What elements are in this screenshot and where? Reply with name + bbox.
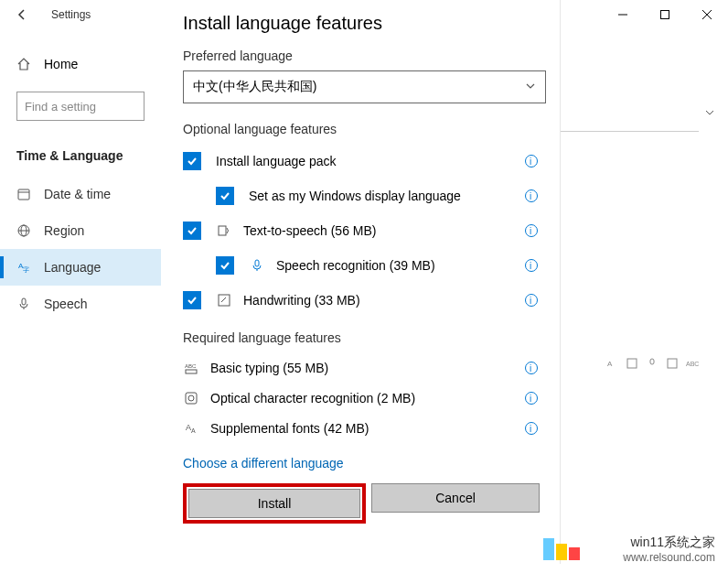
svg-rect-32 <box>186 393 197 404</box>
required-label: Optical character recognition (2 MB) <box>210 391 415 405</box>
info-icon[interactable]: i <box>523 222 540 239</box>
required-basic-typing: ABC Basic typing (55 MB) i <box>183 352 540 383</box>
required-ocr: Optical character recognition (2 MB) i <box>183 383 540 413</box>
info-icon[interactable]: i <box>523 292 540 308</box>
svg-text:i: i <box>530 226 531 236</box>
optional-features-label: Optional language features <box>183 122 540 136</box>
sidebar-item-language[interactable]: A字 Language <box>0 249 161 286</box>
svg-rect-29 <box>186 370 197 373</box>
svg-rect-1 <box>661 11 669 19</box>
info-icon[interactable]: i <box>523 420 540 437</box>
microphone-icon <box>249 257 265 274</box>
checkbox-speech-recognition[interactable] <box>216 256 234 275</box>
sidebar: Home Find a setting Time & Language Date… <box>0 29 161 573</box>
fonts-icon: AA <box>183 420 199 437</box>
feature-label: Install language pack <box>216 154 337 168</box>
required-label: Supplemental fonts (42 MB) <box>210 421 369 436</box>
svg-text:ABC: ABC <box>185 363 197 369</box>
microphone-icon <box>646 357 658 373</box>
feature-label: Text-to-speech (56 MB) <box>243 223 377 238</box>
install-button-highlight: Install <box>183 483 366 524</box>
modal-title: Install language features <box>183 13 540 34</box>
calendar-icon <box>16 187 31 201</box>
language-icon: A字 <box>16 260 31 275</box>
sidebar-section-header: Time & Language <box>0 139 161 176</box>
svg-text:i: i <box>530 157 531 167</box>
svg-text:i: i <box>530 424 531 434</box>
preferred-language-dropdown[interactable]: 中文(中华人民共和国) <box>183 70 546 103</box>
info-icon[interactable]: i <box>523 257 540 274</box>
sidebar-item-label: Language <box>44 260 101 275</box>
svg-text:字: 字 <box>23 266 29 273</box>
feature-install-language-pack: Install language pack i <box>183 144 540 178</box>
sidebar-home[interactable]: Home <box>0 48 161 81</box>
svg-text:i: i <box>530 191 531 201</box>
sidebar-item-label: Speech <box>44 297 87 311</box>
microphone-icon <box>16 297 31 311</box>
tts-icon <box>216 222 232 239</box>
feature-text-to-speech: Text-to-speech (56 MB) i <box>183 213 540 248</box>
sidebar-item-region[interactable]: Region <box>0 212 161 249</box>
svg-text:A: A <box>607 360 613 368</box>
checkbox-install-language-pack[interactable] <box>183 152 201 170</box>
feature-label: Handwriting (33 MB) <box>243 293 360 308</box>
chevron-down-icon <box>704 106 715 121</box>
svg-rect-19 <box>219 226 226 235</box>
info-icon[interactable]: i <box>523 360 540 376</box>
install-language-modal: Install language features Preferred lang… <box>161 0 561 564</box>
close-button[interactable] <box>686 0 728 29</box>
typing-icon: ABC <box>183 360 199 376</box>
svg-text:A: A <box>191 427 196 434</box>
watermark-url: www.relsound.com <box>623 551 715 564</box>
info-icon[interactable]: i <box>523 390 540 406</box>
sidebar-home-label: Home <box>44 57 78 71</box>
svg-rect-12 <box>650 359 654 364</box>
feature-speech-recognition: Speech recognition (39 MB) i <box>183 248 540 283</box>
svg-text:i: i <box>530 363 531 373</box>
back-button[interactable] <box>11 4 33 26</box>
svg-rect-9 <box>22 298 26 305</box>
handwriting-icon <box>216 292 232 308</box>
feature-display-language: Set as my Windows display language i <box>183 178 540 213</box>
feature-label: Set as my Windows display language <box>249 189 461 203</box>
handwriting-icon <box>666 357 679 373</box>
required-label: Basic typing (55 MB) <box>210 361 328 375</box>
watermark: win11系统之家 www.relsound.com <box>623 535 715 564</box>
required-fonts: AA Supplemental fonts (42 MB) i <box>183 413 540 443</box>
feature-label: Speech recognition (39 MB) <box>276 258 435 273</box>
checkbox-text-to-speech[interactable] <box>183 222 201 240</box>
svg-text:ABC: ABC <box>686 361 699 367</box>
home-icon <box>16 57 31 71</box>
info-icon[interactable]: i <box>523 153 540 169</box>
ocr-icon <box>183 390 199 406</box>
watermark-brand: win11系统之家 <box>623 535 715 551</box>
maximize-button[interactable] <box>644 0 686 29</box>
svg-text:i: i <box>530 261 531 271</box>
cancel-button[interactable]: Cancel <box>371 483 540 513</box>
choose-different-language-link[interactable]: Choose a different language <box>183 456 540 470</box>
chevron-down-icon <box>525 80 536 94</box>
checkbox-handwriting[interactable] <box>183 291 201 309</box>
selected-language-value: 中文(中华人民共和国) <box>193 79 316 95</box>
sidebar-item-label: Date & time <box>44 187 111 201</box>
checkbox-display-language[interactable] <box>216 187 234 205</box>
info-icon[interactable]: i <box>523 188 540 204</box>
globe-icon <box>16 223 31 238</box>
svg-text:i: i <box>530 394 531 404</box>
svg-rect-11 <box>627 359 637 368</box>
svg-point-33 <box>188 395 194 401</box>
language-feature-icon: A <box>605 357 618 373</box>
sidebar-item-speech[interactable]: Speech <box>0 286 161 322</box>
abc-icon: ABC <box>686 357 699 373</box>
install-button[interactable]: Install <box>188 489 360 518</box>
minimize-button[interactable] <box>602 0 644 29</box>
app-title: Settings <box>51 8 91 21</box>
svg-text:i: i <box>530 296 531 306</box>
search-input[interactable]: Find a setting <box>16 92 145 121</box>
svg-rect-2 <box>18 189 29 200</box>
svg-rect-22 <box>255 260 259 266</box>
sidebar-item-date-time[interactable]: Date & time <box>0 176 161 212</box>
search-placeholder: Find a setting <box>25 100 96 114</box>
svg-rect-13 <box>668 359 677 368</box>
tts-feature-icon <box>626 357 638 373</box>
